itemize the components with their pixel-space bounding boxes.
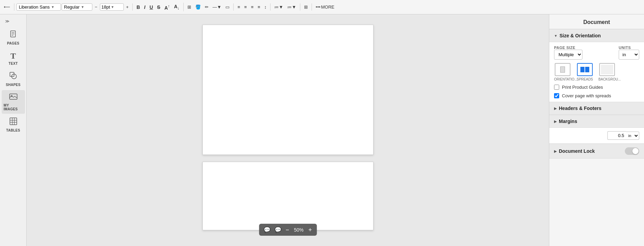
units-label: UNITS: [619, 46, 639, 50]
fill-color-btn[interactable]: 🪣: [194, 3, 202, 11]
border-btn[interactable]: ▭: [224, 3, 231, 11]
sidebar-toggle-btn[interactable]: ≫: [2, 17, 12, 25]
text-icon: T: [10, 51, 16, 61]
headers-footers-header[interactable]: ▶ Headers & Footers: [549, 102, 644, 115]
subscript-button[interactable]: A↓: [172, 3, 181, 11]
bold-button[interactable]: B: [135, 3, 142, 11]
align-center-btn[interactable]: ≡: [242, 3, 249, 11]
number-list-btn[interactable]: ≔▼: [286, 3, 298, 11]
font-size-chevron: ▼: [111, 5, 114, 9]
zoom-decrease-btn[interactable]: −: [284, 227, 291, 233]
page-size-group: PAGE SIZE Multiple: [554, 46, 616, 60]
main-toolbar: ⟵ Liberation Sans ▼ Regular ▼ − 18pt ▼ +…: [0, 0, 644, 14]
insert-table-btn[interactable]: ⊞: [302, 3, 310, 11]
sidebar-toggle-icon: ≫: [5, 19, 10, 24]
spreads-icon-box: [577, 63, 593, 76]
orientation-icon-box: [555, 63, 570, 76]
cover-page-row: Cover page with spreads: [554, 93, 639, 98]
margins-label: Margins: [559, 119, 577, 124]
orientation-portrait-icon: [560, 66, 565, 73]
margin-value-input[interactable]: [607, 131, 626, 140]
align-justify-btn[interactable]: ≡: [256, 3, 262, 11]
margins-value-row: in cm: [549, 128, 644, 144]
line-spacing-btn[interactable]: ↕: [263, 3, 268, 11]
underline-button[interactable]: U: [148, 3, 155, 11]
right-panel: Document ▼ Size & Orientation PAGE SIZE …: [549, 14, 644, 246]
document-lock-header[interactable]: ▶ Document Lock: [549, 144, 644, 159]
font-size-selector[interactable]: 18pt ▼: [100, 3, 124, 11]
font-size-decrease[interactable]: −: [93, 3, 99, 11]
document-lock-arrow: ▶: [554, 149, 557, 153]
italic-button[interactable]: I: [142, 3, 147, 11]
orientation-options-row: ORIENTATIO... SPREADS BACKGROU...: [554, 63, 639, 81]
spreads-option[interactable]: SPREADS: [577, 63, 593, 81]
pages-icon: [10, 30, 17, 40]
canvas-area: 💬 💬 − 50% +: [27, 14, 549, 246]
main-area: ≫ PAGES T TEXT: [0, 14, 644, 246]
orientation-option[interactable]: ORIENTATIO...: [554, 63, 571, 81]
panel-title: Document: [549, 14, 644, 29]
size-orientation-content: PAGE SIZE Multiple UNITS in cm mm: [549, 42, 644, 102]
font-style-value: Regular: [64, 4, 80, 10]
left-sidebar: ≫ PAGES T TEXT: [0, 14, 27, 246]
sidebar-item-tables[interactable]: TABLES: [2, 114, 25, 135]
background-preview: [601, 65, 613, 74]
document-lock-toggle[interactable]: [625, 147, 639, 155]
align-group: ≡ ≡ ≡ ≡ ↕: [236, 3, 271, 11]
headers-footers-label: Headers & Footers: [559, 106, 601, 111]
more-btn[interactable]: ••• MORE: [314, 3, 336, 11]
toolbar-nav: ⟵: [2, 3, 14, 11]
zoom-increase-btn[interactable]: +: [307, 227, 314, 233]
comment-icon-1[interactable]: 💬: [262, 226, 272, 234]
more-group: ••• MORE: [314, 3, 338, 11]
my-images-label: MY IMAGES: [4, 103, 23, 111]
margins-header[interactable]: ▶ Margins: [549, 115, 644, 128]
comment-icon-2[interactable]: 💬: [273, 226, 283, 234]
my-images-icon: [9, 93, 17, 102]
font-size-value: 18pt: [102, 4, 110, 10]
page-size-select[interactable]: Multiple: [554, 50, 582, 60]
sidebar-item-shapes[interactable]: SHAPES: [2, 69, 25, 89]
margin-unit-select[interactable]: in cm: [626, 132, 639, 140]
cover-page-checkbox[interactable]: [554, 93, 559, 98]
align-left-btn[interactable]: ≡: [236, 3, 242, 11]
more-icon: •••: [316, 4, 320, 10]
pages-label: PAGES: [7, 41, 19, 45]
margins-arrow: ▶: [554, 120, 557, 123]
shapes-icon: [9, 72, 17, 82]
font-name-chevron: ▼: [51, 5, 54, 9]
tables-label: TABLES: [6, 128, 20, 132]
background-label: BACKGROU...: [599, 77, 616, 81]
spread-left-icon: [580, 67, 584, 72]
font-name-selector[interactable]: Liberation Sans ▼: [16, 3, 61, 11]
page-2-canvas: [202, 162, 373, 230]
nav-btn[interactable]: ⟵: [2, 3, 12, 11]
units-group: UNITS in cm mm: [619, 46, 639, 60]
align-right-btn[interactable]: ≡: [249, 3, 255, 11]
superscript-button[interactable]: A↑: [163, 3, 172, 12]
text-label: TEXT: [9, 62, 18, 65]
size-orientation-header[interactable]: ▼ Size & Orientation: [549, 29, 644, 42]
line-style-btn[interactable]: —▼: [211, 3, 223, 11]
text-box-btn[interactable]: ⊞: [186, 3, 193, 11]
sidebar-item-my-images[interactable]: MY IMAGES: [2, 90, 25, 114]
sidebar-item-text[interactable]: T TEXT: [2, 49, 25, 68]
background-option[interactable]: BACKGROU...: [599, 63, 616, 81]
svg-rect-8: [10, 118, 17, 125]
bullet-list-btn[interactable]: ≔▼: [273, 3, 285, 11]
font-name-value: Liberation Sans: [19, 4, 50, 10]
page-1-canvas: [202, 25, 373, 155]
font-size-increase[interactable]: +: [124, 3, 131, 11]
more-label: MORE: [321, 4, 334, 10]
strikethrough-button[interactable]: S: [155, 3, 162, 11]
highlight-btn[interactable]: ✏: [203, 3, 210, 11]
cover-page-label: Cover page with spreads: [562, 93, 611, 98]
orientation-label: ORIENTATIO...: [554, 77, 571, 81]
units-select[interactable]: in cm mm: [619, 50, 639, 60]
print-guides-checkbox[interactable]: [554, 85, 559, 90]
sidebar-item-pages[interactable]: PAGES: [2, 27, 25, 48]
font-style-selector[interactable]: Regular ▼: [62, 3, 92, 11]
print-guides-row: Print Product Guides: [554, 85, 639, 90]
toggle-knob: [632, 148, 639, 154]
insert-table-btn-group: ⊞: [302, 3, 312, 11]
